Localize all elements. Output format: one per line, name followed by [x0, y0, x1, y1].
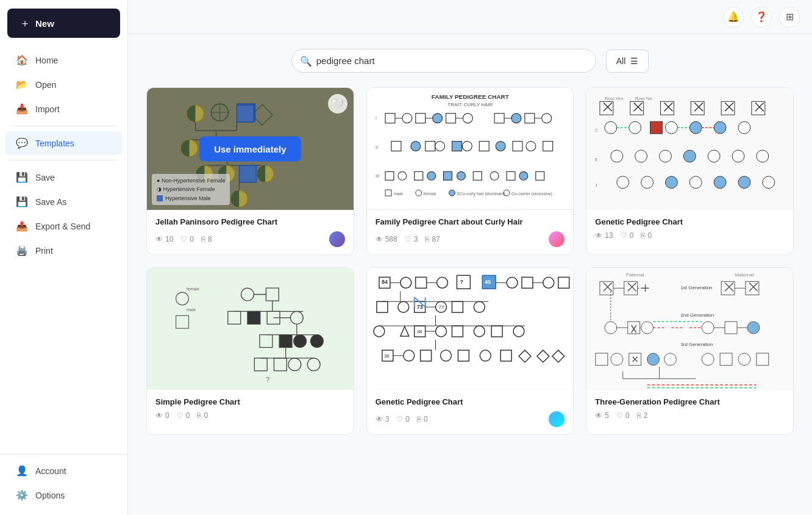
template-card-genetic-2[interactable]: 84 ? 45: [366, 267, 574, 435]
use-immediately-button[interactable]: Use immediately: [199, 137, 301, 162]
plus-icon: ＋: [20, 16, 30, 31]
new-button-label: New: [35, 18, 54, 29]
sidebar-item-options[interactable]: ⚙️ Options: [5, 483, 123, 507]
sidebar-item-save[interactable]: 💾 Save: [5, 165, 123, 189]
favorite-button-1[interactable]: 🤍: [328, 94, 347, 113]
card-stats-genetic-1: 👁 13 ♡ 0 ⎘ 0: [595, 231, 785, 240]
template-card-genetic-1[interactable]: Row Hm. Row Ne.: [586, 87, 794, 255]
svg-rect-74: [443, 171, 452, 180]
card-stats-genetic-2: 👁 3 ♡ 0 ⎘ 0: [376, 411, 565, 427]
search-icon: 🔍: [300, 55, 312, 67]
svg-text:77: 77: [438, 304, 444, 310]
search-input[interactable]: [291, 49, 596, 73]
avatar-1: [329, 231, 345, 247]
svg-text:E: E: [595, 157, 598, 162]
svg-point-132: [666, 176, 678, 189]
sidebar-item-export[interactable]: 📤 Export & Send: [5, 214, 123, 238]
notification-button[interactable]: 🔔: [723, 7, 744, 27]
sidebar: ＋ New 🏠 Home 📂 Open 📥 Import 💬 Templates…: [0, 0, 128, 515]
svg-text:84: 84: [382, 279, 388, 285]
template-card-three-gen[interactable]: Paternal Maternal 1st Generation: [586, 267, 794, 435]
heart-icon: 🤍: [332, 98, 344, 110]
copy-icon: ⎘: [201, 235, 205, 243]
eye-icon-6: 👁: [595, 411, 602, 420]
template-card-green[interactable]: female male: [146, 267, 354, 435]
copies-stat-2: ⎘ 87: [425, 235, 440, 243]
copies-count-3: 0: [647, 231, 652, 240]
views-stat-2: 👁 588: [376, 235, 397, 243]
sidebar-item-open[interactable]: 📂 Open: [5, 73, 123, 96]
sidebar-item-account[interactable]: 👤 Account: [5, 459, 123, 483]
new-button[interactable]: ＋ New: [7, 9, 120, 38]
grid-button[interactable]: ⊞: [779, 7, 800, 27]
help-icon: ❓: [755, 11, 767, 23]
copies-count-5: 0: [424, 415, 428, 423]
svg-text:Maternal: Maternal: [735, 272, 754, 278]
svg-text:FAMILY PEDIGREE CHART: FAMILY PEDIGREE CHART: [431, 93, 508, 100]
sidebar-item-save-as[interactable]: 💾 Save As: [5, 190, 123, 214]
views-count-3: 13: [605, 231, 613, 240]
eye-icon-2: 👁: [376, 235, 383, 243]
card-stats-three-gen: 👁 5 ♡ 0 ⎘ 2: [595, 411, 785, 420]
copy-icon-3: ⎘: [641, 231, 645, 240]
card-title-green: Simple Pedigree Chart: [155, 397, 345, 406]
svg-text:TRAIT: CURLY HAIR: TRAIT: CURLY HAIR: [447, 102, 493, 107]
template-card-family-curly[interactable]: FAMILY PEDIGREE CHART TRAIT: CURLY HAIR …: [366, 87, 574, 255]
template-card-jellah[interactable]: ● Non-Hypertensive Female ◑ Hypertensive…: [146, 87, 354, 255]
help-button[interactable]: ❓: [751, 7, 772, 27]
eye-icon-3: 👁: [595, 231, 602, 240]
svg-text:73: 73: [416, 304, 422, 310]
open-icon: 📂: [16, 79, 28, 90]
svg-point-53: [511, 113, 521, 123]
sidebar-label-templates: Templates: [35, 139, 74, 148]
sidebar-label-print: Print: [35, 246, 53, 256]
pedigree-diagram-6: Paternal Maternal 1st Generation: [586, 268, 793, 390]
filter-button[interactable]: All ☰: [606, 49, 649, 73]
avatar-5: [549, 411, 564, 427]
nav-divider-1: [10, 126, 118, 126]
sidebar-bottom: 👤 Account ⚙️ Options: [0, 454, 127, 515]
sidebar-item-print[interactable]: 🖨️ Print: [5, 239, 123, 262]
eye-icon-5: 👁: [376, 415, 383, 423]
card-stats-family-curly: 👁 588 ♡ 3 ⎘ 87: [376, 231, 565, 247]
svg-text:Paternal: Paternal: [626, 272, 644, 278]
card-image-family-curly: FAMILY PEDIGREE CHART TRAIT: CURLY HAIR …: [367, 88, 574, 210]
svg-text:Row Ne.: Row Ne.: [635, 96, 654, 101]
card-overlay: Use immediately: [147, 88, 354, 210]
copies-stat-4: ⎘ 0: [197, 411, 208, 420]
sidebar-item-home[interactable]: 🏠 Home: [5, 48, 123, 72]
card-title-three-gen: Three-Generation Pedigree Chart: [595, 397, 785, 406]
template-grid: ● Non-Hypertensive Female ◑ Hypertensive…: [146, 87, 794, 435]
views-stat: 👁 10: [155, 235, 173, 243]
views-count: 10: [165, 235, 173, 243]
likes-stat-6: ♡ 0: [616, 411, 630, 420]
svg-text:II: II: [376, 145, 378, 149]
likes-stat-4: ♡ 0: [177, 411, 190, 420]
eye-icon: 👁: [155, 235, 163, 243]
main-area: 🔔 ❓ ⊞ 🔍 All ☰: [128, 0, 812, 515]
sidebar-item-import[interactable]: 📥 Import: [5, 97, 123, 121]
home-icon: 🏠: [16, 54, 28, 66]
content-area: 🔍 All ☰: [128, 34, 812, 515]
svg-point-85: [449, 190, 455, 196]
copy-icon-2: ⎘: [425, 235, 429, 243]
heart-icon-4: ♡: [177, 411, 183, 420]
card-image-jellah: ● Non-Hypertensive Female ◑ Hypertensive…: [147, 88, 354, 210]
svg-text:male: male: [187, 308, 196, 312]
filter-all-label: All: [616, 56, 626, 66]
svg-rect-155: [279, 335, 292, 348]
bell-icon: 🔔: [727, 11, 739, 23]
templates-icon: 💬: [16, 137, 28, 149]
svg-point-255: [747, 322, 760, 334]
views-stat-6: 👁 5: [595, 411, 609, 420]
svg-text:3rd Generation: 3rd Generation: [681, 342, 713, 347]
copy-icon-5: ⎘: [417, 415, 421, 423]
sidebar-item-templates[interactable]: 💬 Templates: [5, 131, 123, 155]
menu-icon: ☰: [630, 56, 638, 66]
card-image-green: female male: [147, 268, 354, 390]
likes-count-4: 0: [186, 411, 190, 420]
pedigree-diagram-3: Row Hm. Row Ne.: [586, 88, 793, 210]
options-icon: ⚙️: [16, 489, 28, 501]
views-count-4: 0: [165, 411, 169, 420]
card-image-three-gen: Paternal Maternal 1st Generation: [586, 268, 793, 390]
